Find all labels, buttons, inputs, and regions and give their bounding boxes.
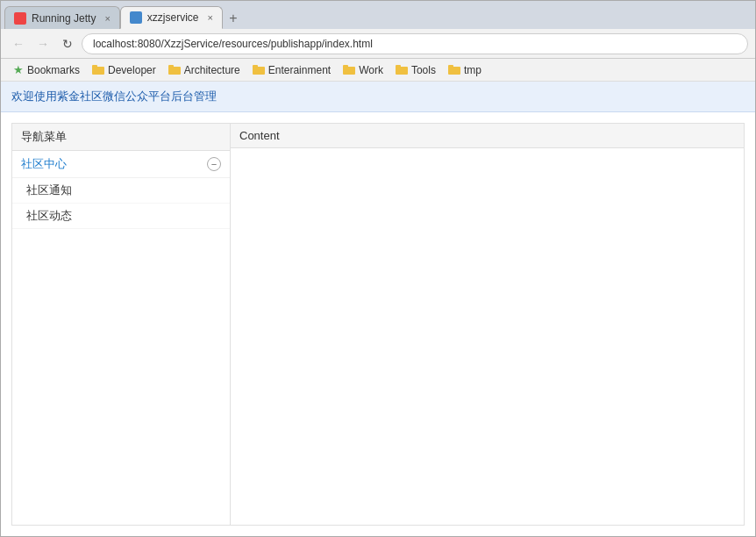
tab-bar: Running Jetty × xzzjservice × +	[1, 1, 755, 29]
tab-label-xzzjservice: xzzjservice	[147, 11, 199, 24]
reload-button[interactable]: ↻	[57, 33, 78, 54]
sidebar-section-community-header[interactable]: 社区中心 −	[12, 151, 230, 178]
content-body	[231, 148, 744, 525]
bookmark-enterainment[interactable]: Enterainment	[247, 62, 336, 78]
page-content: 欢迎使用紫金社区微信公众平台后台管理 导航菜单 社区中心 − 社区通知	[1, 82, 755, 536]
welcome-bar: 欢迎使用紫金社区微信公众平台后台管理	[1, 82, 755, 112]
folder-icon-developer	[92, 65, 104, 75]
bookmarks-bar: ★ Bookmarks Developer Architecture Enter…	[1, 59, 755, 82]
bookmark-label-work: Work	[359, 64, 383, 76]
reload-icon: ↻	[62, 37, 73, 51]
content-header: Content	[231, 124, 744, 148]
back-button[interactable]: ←	[8, 33, 29, 54]
bookmark-label-tools: Tools	[411, 64, 436, 76]
nav-bar: ← → ↻ localhost:8080/XzzjService/resourc…	[1, 29, 755, 59]
bookmarks-star-item[interactable]: ★ Bookmarks	[8, 61, 85, 78]
main-layout: 导航菜单 社区中心 − 社区通知 社区动态	[1, 112, 755, 536]
folder-icon-tmp	[448, 65, 460, 75]
welcome-text: 欢迎使用紫金社区微信公众平台后台管理	[11, 90, 217, 103]
bookmark-label-developer: Developer	[108, 64, 156, 76]
bookmark-developer[interactable]: Developer	[87, 62, 161, 78]
sidebar-item-community-notice[interactable]: 社区通知	[12, 178, 230, 204]
bookmark-tools[interactable]: Tools	[390, 62, 441, 78]
tab-running-jetty[interactable]: Running Jetty ×	[4, 6, 120, 29]
forward-icon: →	[37, 37, 49, 51]
bookmark-architecture[interactable]: Architecture	[163, 62, 246, 78]
browser-window: Running Jetty × xzzjservice × + ← → ↻ lo…	[0, 0, 756, 537]
content-panel: Content	[231, 123, 745, 526]
sidebar-header: 导航菜单	[12, 124, 230, 151]
tab-xzzjservice[interactable]: xzzjservice ×	[120, 6, 223, 29]
back-icon: ←	[12, 37, 25, 51]
new-tab-button[interactable]: +	[223, 8, 244, 29]
folder-icon-tools	[396, 65, 408, 75]
tab-favicon-jetty	[14, 12, 26, 25]
sidebar: 导航菜单 社区中心 − 社区通知 社区动态	[11, 123, 231, 526]
bookmark-work[interactable]: Work	[338, 62, 389, 78]
folder-icon-work	[343, 65, 355, 75]
bookmark-label-enterainment: Enterainment	[268, 64, 331, 76]
forward-button[interactable]: →	[32, 33, 53, 54]
tab-close-running-jetty[interactable]: ×	[104, 13, 110, 24]
bookmark-tmp[interactable]: tmp	[443, 62, 487, 78]
bookmarks-label: Bookmarks	[27, 64, 80, 76]
tab-label-running-jetty: Running Jetty	[32, 12, 96, 25]
folder-icon-enterainment	[253, 65, 265, 75]
folder-icon-architecture	[168, 65, 181, 75]
bookmark-label-architecture: Architecture	[184, 64, 240, 76]
star-icon: ★	[13, 63, 24, 76]
sidebar-section-title: 社区中心	[21, 156, 67, 172]
bookmark-label-tmp: tmp	[464, 64, 481, 76]
address-text: localhost:8080/XzzjService/resources/pub…	[93, 38, 373, 50]
content-header-label: Content	[239, 129, 280, 142]
address-bar[interactable]: localhost:8080/XzzjService/resources/pub…	[82, 33, 748, 54]
sidebar-section-community: 社区中心 − 社区通知 社区动态	[12, 151, 230, 229]
sidebar-header-label: 导航菜单	[21, 130, 67, 143]
tab-favicon-xzzj	[130, 11, 142, 24]
sidebar-item-label-notice: 社区通知	[26, 183, 72, 197]
sidebar-item-label-dynamic: 社区动态	[26, 209, 72, 222]
tab-close-xzzjservice[interactable]: ×	[208, 12, 213, 23]
collapse-icon[interactable]: −	[207, 157, 221, 171]
sidebar-item-community-dynamic[interactable]: 社区动态	[12, 204, 230, 229]
